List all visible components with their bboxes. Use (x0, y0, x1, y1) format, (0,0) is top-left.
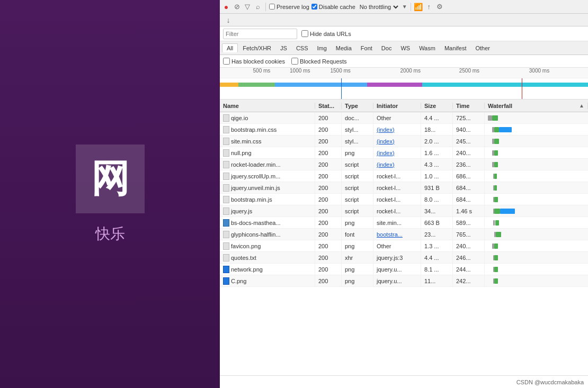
table-row[interactable]: null.png 200 png (index) 1.6 ... 240... (220, 147, 588, 159)
td-time: 245... (453, 136, 485, 147)
th-time[interactable]: Time (453, 103, 485, 109)
th-initiator[interactable]: Initiator (373, 103, 421, 109)
preserve-log-checkbox[interactable] (269, 4, 275, 10)
td-time: 240... (453, 147, 485, 158)
table-header: Name Stat... Type Initiator Size Time Wa… (220, 100, 588, 112)
file-icon-default (223, 114, 229, 122)
td-waterfall (485, 240, 588, 251)
td-status: 200 (315, 217, 342, 228)
blocked-cookies-checkbox[interactable] (223, 58, 230, 65)
tab-manifest[interactable]: Manifest (440, 44, 471, 52)
table-row[interactable]: qige.io 200 doc... Other 4.4 ... 725... (220, 112, 588, 124)
import-icon[interactable]: ↓ (224, 16, 233, 24)
table-row[interactable]: jquery.scrollUp.m... 200 script rocket-l… (220, 170, 588, 182)
td-time: 236... (453, 159, 485, 170)
td-time: 1.46 s (453, 205, 485, 216)
table-row[interactable]: bootstrap.min.css 200 styl... (index) 18… (220, 124, 588, 136)
td-type: font (342, 229, 373, 240)
filter-input[interactable] (223, 29, 297, 39)
td-status: 200 (315, 147, 342, 158)
td-size: 1.0 ... (421, 170, 453, 182)
td-time: 589... (453, 217, 485, 228)
table-row[interactable]: network.png 200 png jquery.u... 8.1 ... … (220, 264, 588, 275)
tab-media[interactable]: Media (332, 44, 356, 52)
upload-icon[interactable]: ↑ (425, 3, 433, 11)
timeline-label-2500: 2500 ms (459, 68, 479, 74)
td-initiator: rocket-l... (373, 182, 421, 193)
td-status: 200 (315, 124, 342, 135)
th-type[interactable]: Type (342, 103, 373, 109)
sort-arrow-icon: ▲ (579, 103, 584, 109)
disable-cache-label[interactable]: Disable cache (311, 4, 355, 10)
wifi-icon[interactable]: 📶 (414, 3, 423, 11)
tab-all[interactable]: All (222, 43, 238, 52)
tab-ws[interactable]: WS (396, 44, 414, 52)
throttle-select[interactable]: No throttling Fast 3G Slow 3G Offline (358, 3, 400, 11)
td-name: null.png (220, 147, 315, 158)
stop-icon[interactable]: ⊘ (233, 3, 241, 11)
td-time: 246... (453, 252, 485, 263)
td-time: 242... (453, 275, 485, 286)
td-type: png (342, 240, 373, 251)
blocked-requests-checkbox[interactable] (291, 58, 298, 65)
settings-icon[interactable]: ⚙ (435, 3, 444, 11)
bar-green (494, 255, 498, 260)
left-panel: 网 快乐 (0, 0, 220, 388)
tab-css[interactable]: CSS (292, 44, 313, 52)
blocked-cookies-label[interactable]: Has blocked cookies (223, 58, 285, 65)
th-waterfall[interactable]: Waterfall ▲ (485, 103, 588, 109)
file-icon (223, 161, 229, 168)
tab-wasm[interactable]: Wasm (415, 44, 440, 52)
file-icon (223, 242, 229, 250)
td-waterfall (485, 275, 588, 286)
table-row[interactable]: quotes.txt 200 xhr jquery.js:3 4.4 ... 2… (220, 252, 588, 264)
table-row[interactable]: rocket-loader.min... 200 script (index) … (220, 159, 588, 170)
td-initiator: rocket-l... (373, 170, 421, 182)
preserve-log-label[interactable]: Preserve log (269, 4, 309, 10)
th-size[interactable]: Size (421, 103, 453, 109)
table-row[interactable]: bootstrap.min.js 200 script rocket-l... … (220, 194, 588, 205)
table-row[interactable]: favicon.png 200 png Other 1.3 ... 240... (220, 240, 588, 252)
td-type: styl... (342, 136, 373, 147)
table-row[interactable]: glyphicons-halflin... 200 font bootstra.… (220, 229, 588, 240)
td-size: 1.3 ... (421, 240, 453, 251)
hide-data-checkbox[interactable] (301, 30, 308, 37)
throttle-arrow: ▼ (402, 4, 407, 10)
tab-other[interactable]: Other (471, 44, 494, 52)
td-size: 8.0 ... (421, 194, 453, 205)
hide-data-label[interactable]: Hide data URLs (301, 30, 351, 37)
preserve-log-text: Preserve log (277, 4, 309, 10)
tab-js[interactable]: JS (276, 44, 291, 52)
bar-green (496, 232, 501, 237)
table-row[interactable]: jquery.js 200 script rocket-l... 34... 1… (220, 205, 588, 217)
record-icon[interactable]: ● (222, 3, 230, 11)
td-size: 11... (421, 275, 453, 286)
td-name: jquery.unveil.min.js (220, 182, 315, 193)
tab-fetchxhr[interactable]: Fetch/XHR (238, 44, 275, 52)
file-icon (223, 126, 229, 133)
th-name[interactable]: Name (220, 103, 315, 109)
td-name: rocket-loader.min... (220, 159, 315, 170)
td-name: bs-docs-masthea... (220, 217, 315, 228)
th-status[interactable]: Stat... (315, 103, 342, 109)
tab-font[interactable]: Font (357, 44, 377, 52)
bar-gray (493, 220, 495, 225)
bar-gray (492, 139, 494, 144)
tab-img[interactable]: Img (313, 44, 331, 52)
bar-gray (492, 127, 494, 132)
disable-cache-checkbox[interactable] (311, 4, 317, 10)
table-row[interactable]: bs-docs-masthea... 200 png site.min... 6… (220, 217, 588, 229)
file-icon (223, 149, 229, 157)
search-icon[interactable]: ⌕ (254, 3, 262, 11)
td-initiator: rocket-l... (373, 205, 421, 216)
filter-icon[interactable]: ▽ (243, 3, 252, 11)
timeline-ruler: 500 ms 1000 ms 1500 ms 2000 ms 2500 ms 3… (220, 68, 588, 78)
bar-green (494, 150, 498, 156)
toolbar-row1: ● ⊘ ▽ ⌕ Preserve log Disable cache No th… (220, 0, 588, 14)
td-time: 940... (453, 124, 485, 135)
table-row[interactable]: jquery.unveil.min.js 200 script rocket-l… (220, 182, 588, 194)
table-row[interactable]: C.png 200 png jquery.u... 11... 242... (220, 275, 588, 287)
tab-doc[interactable]: Doc (377, 44, 396, 52)
blocked-requests-label[interactable]: Blocked Requests (291, 58, 347, 65)
table-row[interactable]: site.min.css 200 styl... (index) 2.0 ...… (220, 136, 588, 147)
